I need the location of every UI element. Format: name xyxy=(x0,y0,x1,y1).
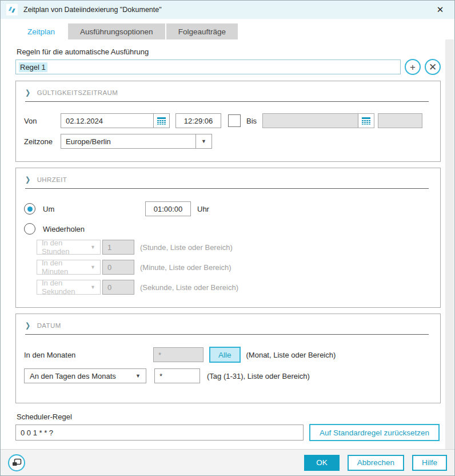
tab-zeitplan[interactable]: Zeitplan xyxy=(15,23,67,39)
zeitzone-value: Europe/Berlin xyxy=(61,134,195,148)
monate-value-field: * xyxy=(153,347,203,362)
um-time-input[interactable] xyxy=(145,201,191,216)
rules-label: Regeln für die automatische Ausführung xyxy=(17,47,441,56)
window-title: Zeitplan von Dateiindexierung "Dokumente… xyxy=(23,6,162,14)
section-gueltigkeitszeitraum: ❯ GÜLTIGKEITSZEITRAUM Von 02.12.2024 xyxy=(15,81,441,162)
section-uhrzeit: ❯ UHRZEIT Um Uhr Wiederholen xyxy=(15,168,441,308)
reset-default-rule-button[interactable]: Auf Standardregel zurücksetzen xyxy=(309,424,440,441)
bis-calendar-icon[interactable] xyxy=(358,114,374,128)
add-rule-button[interactable]: + xyxy=(405,59,421,75)
chevron-right-icon: ❯ xyxy=(25,88,31,97)
von-label: Von xyxy=(24,117,61,125)
monate-row: In den Monaten * Alle (Monat, Liste oder… xyxy=(24,347,429,363)
dialog-window: Zeitplan von Dateiindexierung "Dokumente… xyxy=(0,0,455,476)
footer-bar: OK Abbrechen Hilfe xyxy=(1,449,454,475)
section-divider xyxy=(25,188,429,189)
chevron-down-icon: ▼ xyxy=(90,244,95,250)
scheduler-rule-input[interactable] xyxy=(15,425,304,441)
scheduler-row: Auf Standardregel zurücksetzen xyxy=(15,424,441,441)
stunden-value-field: 1 xyxy=(102,240,134,255)
um-row: Um Uhr xyxy=(24,201,429,216)
um-radio-group: Um xyxy=(24,203,145,215)
zeitzone-row: Zeitzone Europe/Berlin ▼ xyxy=(24,134,429,149)
von-time-input[interactable] xyxy=(175,113,221,128)
section-datum-title: DATUM xyxy=(37,322,61,329)
tab-folgeauftraege[interactable]: Folgeaufträge xyxy=(166,23,238,39)
um-radio[interactable] xyxy=(24,203,35,215)
chevron-down-icon: ▼ xyxy=(90,284,95,290)
section-datum: ❯ DATUM In den Monaten * Alle (Monat, Li… xyxy=(15,314,441,403)
sekunden-dropdown-value: In den Sekunden xyxy=(42,279,90,296)
rule-name-input[interactable]: Regel 1 xyxy=(15,60,401,74)
sekunden-dropdown: In den Sekunden ▼ xyxy=(37,280,101,295)
remove-rule-button[interactable]: ✕ xyxy=(425,59,441,75)
von-row: Von 02.12.2024 xyxy=(24,113,429,128)
monate-label: In den Monaten xyxy=(24,351,153,359)
section-gueltigkeitszeitraum-title: GÜLTIGKEITSZEITRAUM xyxy=(37,89,118,96)
close-icon[interactable]: ✕ xyxy=(434,5,446,15)
section-divider xyxy=(25,334,429,335)
tab-strip: Zeitplan Ausführungsoptionen Folgeaufträ… xyxy=(1,19,454,39)
stunden-row: In den Stunden ▼ 1 (Stunde, Liste oder B… xyxy=(37,240,429,255)
scrollbar-gutter xyxy=(445,39,454,449)
wiederholen-row: Wiederholen xyxy=(24,223,429,235)
bis-date-value xyxy=(263,114,358,128)
tab-content: Regeln für die automatische Ausführung R… xyxy=(1,39,454,441)
title-bar: Zeitplan von Dateiindexierung "Dokumente… xyxy=(1,1,454,19)
von-date-value: 02.12.2024 xyxy=(61,114,153,128)
bis-label: Bis xyxy=(246,117,257,125)
sekunden-value-field: 0 xyxy=(102,280,134,295)
minuten-dropdown-value: In den Minuten xyxy=(42,259,90,276)
minuten-dropdown: In den Minuten ▼ xyxy=(37,260,101,275)
section-divider xyxy=(25,101,429,102)
bis-date-field xyxy=(262,113,374,128)
window-restore-icon xyxy=(12,458,22,467)
help-button[interactable]: Hilfe xyxy=(412,455,447,471)
um-label: Um xyxy=(43,205,54,213)
scheduler-label: Scheduler-Regel xyxy=(17,412,441,421)
bis-time-field xyxy=(378,113,422,128)
rule-name-value: Regel 1 xyxy=(19,62,47,72)
sekunden-hint: (Sekunde, Liste oder Bereich) xyxy=(140,283,238,292)
von-calendar-icon[interactable] xyxy=(153,114,169,128)
alle-toggle-button[interactable]: Alle xyxy=(209,347,241,363)
minuten-hint: (Minute, Liste oder Bereich) xyxy=(140,263,232,272)
stunden-dropdown-value: In den Stunden xyxy=(42,239,90,256)
tage-dropdown-value: An den Tagen des Monats xyxy=(30,372,116,380)
wiederholen-radio-group: Wiederholen xyxy=(24,223,145,235)
chevron-down-icon[interactable]: ▼ xyxy=(195,134,211,148)
zeitzone-label: Zeitzone xyxy=(24,137,61,146)
app-logo-icon xyxy=(6,4,18,15)
section-uhrzeit-title: UHRZEIT xyxy=(37,176,67,183)
zeitzone-dropdown[interactable]: Europe/Berlin ▼ xyxy=(61,134,212,149)
section-datum-header[interactable]: ❯ DATUM xyxy=(24,319,429,334)
chevron-down-icon[interactable]: ▼ xyxy=(135,373,141,379)
tage-dropdown[interactable]: An den Tagen des Monats ▼ xyxy=(24,368,146,383)
wiederholen-radio[interactable] xyxy=(24,223,35,235)
tage-hint: (Tag (1-31), Liste oder Bereich) xyxy=(207,372,310,380)
cancel-button[interactable]: Abbrechen xyxy=(348,455,404,471)
tage-row: An den Tagen des Monats ▼ (Tag (1-31), L… xyxy=(24,368,429,383)
section-uhrzeit-header[interactable]: ❯ UHRZEIT xyxy=(24,173,429,188)
chevron-right-icon: ❯ xyxy=(25,175,31,184)
uhr-label: Uhr xyxy=(197,205,209,213)
detach-window-button[interactable] xyxy=(8,454,25,471)
sekunden-row: In den Sekunden ▼ 0 (Sekunde, Liste oder… xyxy=(37,280,429,295)
tage-value-input[interactable] xyxy=(154,368,200,383)
von-date-field[interactable]: 02.12.2024 xyxy=(61,113,170,128)
section-gueltigkeitszeitraum-header[interactable]: ❯ GÜLTIGKEITSZEITRAUM xyxy=(24,86,429,101)
tab-ausfuehrungsoptionen[interactable]: Ausführungsoptionen xyxy=(68,23,165,39)
chevron-down-icon: ▼ xyxy=(90,264,95,270)
stunden-dropdown: In den Stunden ▼ xyxy=(37,240,101,255)
stunden-hint: (Stunde, Liste oder Bereich) xyxy=(140,243,233,252)
minuten-row: In den Minuten ▼ 0 (Minute, Liste oder B… xyxy=(37,260,429,275)
bis-checkbox[interactable] xyxy=(228,114,241,127)
rule-row: Regel 1 + ✕ xyxy=(15,59,441,75)
monate-hint: (Monat, Liste oder Bereich) xyxy=(246,351,336,359)
minuten-value-field: 0 xyxy=(102,260,134,275)
chevron-right-icon: ❯ xyxy=(25,321,31,330)
wiederholen-label: Wiederholen xyxy=(43,225,85,233)
ok-button[interactable]: OK xyxy=(304,455,340,471)
